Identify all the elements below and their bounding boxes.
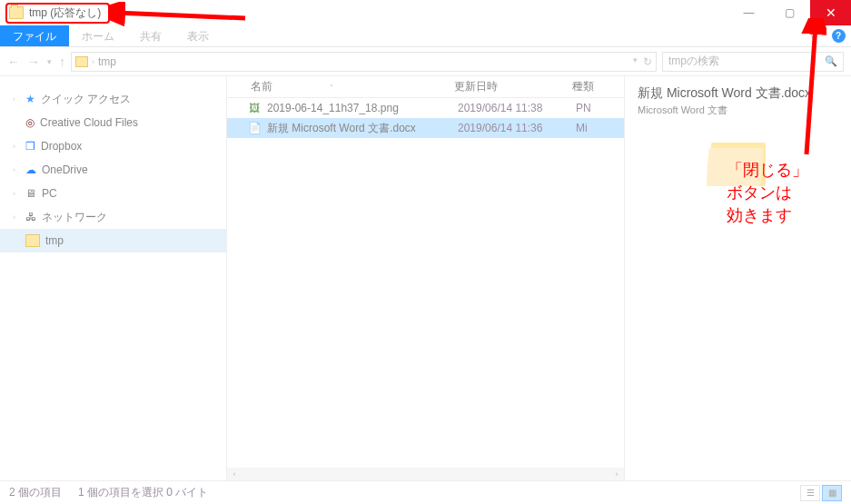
tab-view[interactable]: 表示 — [174, 25, 222, 46]
onedrive-icon: ☁ — [25, 163, 36, 176]
breadcrumb-chevron: › — [92, 57, 94, 66]
chevron-right-icon: › — [13, 189, 20, 198]
close-button[interactable]: ✕ — [810, 0, 851, 25]
file-name: 2019-06-14_11h37_18.png — [267, 102, 458, 114]
minimize-button[interactable]: — — [728, 0, 769, 25]
chevron-right-icon: › — [13, 142, 20, 151]
titlebar: tmp (応答なし) — ▢ ✕ — [0, 0, 851, 25]
file-row[interactable]: 🖼 2019-06-14_11h37_18.png 2019/06/14 11:… — [227, 98, 624, 118]
up-button[interactable]: ↑ — [59, 54, 65, 69]
file-name: 新規 Microsoft Word 文書.docx — [267, 121, 458, 136]
status-selection: 1 個の項目を選択 0 バイト — [78, 485, 208, 500]
tree-label: tmp — [45, 234, 64, 247]
tab-home[interactable]: ホーム — [69, 25, 127, 46]
col-name-label: 名前 — [251, 80, 272, 93]
tree-tmp[interactable]: tmp — [0, 229, 226, 252]
address-actions: ▾ ↻ — [633, 55, 652, 68]
chevron-right-icon: › — [13, 165, 20, 174]
maximize-button[interactable]: ▢ — [769, 0, 810, 25]
tree-label: PC — [42, 187, 57, 200]
tree-quick-access[interactable]: › ★ クイック アクセス — [0, 87, 226, 111]
tab-file[interactable]: ファイル — [0, 25, 69, 46]
tab-share[interactable]: 共有 — [127, 25, 174, 46]
file-type: Mi — [576, 122, 621, 134]
window-controls: — ▢ ✕ — [728, 0, 851, 25]
file-date: 2019/06/14 11:38 — [458, 102, 576, 114]
details-title: 新規 Microsoft Word 文書.docx — [638, 85, 838, 102]
details-type: Microsoft Word 文書 — [638, 104, 838, 117]
tree-dropbox[interactable]: › ❒ Dropbox — [0, 134, 226, 158]
nav-tree: › ★ クイック アクセス ◎ Creative Cloud Files › ❒… — [0, 76, 227, 480]
file-row[interactable]: 📄 新規 Microsoft Word 文書.docx 2019/06/14 1… — [227, 118, 624, 138]
pc-icon: 🖥 — [25, 187, 36, 200]
quick-access-icon: ★ — [25, 93, 35, 105]
col-modified[interactable]: 更新日時 — [454, 79, 572, 94]
main-pane: 名前 ˄ 更新日時 種類 🖼 2019-06-14_11h37_18.png 2… — [227, 76, 851, 480]
scroll-left-icon[interactable]: ‹ — [227, 469, 242, 479]
file-type: PN — [576, 102, 621, 114]
creative-cloud-icon: ◎ — [25, 116, 35, 129]
help-button[interactable]: ? — [826, 25, 851, 46]
history-dropdown[interactable]: ▾ — [47, 57, 52, 66]
tree-pc[interactable]: › 🖥 PC — [0, 182, 226, 205]
column-headers: 名前 ˄ 更新日時 種類 — [227, 76, 624, 98]
forward-button[interactable]: → — [27, 54, 40, 69]
refresh-button[interactable]: ↻ — [643, 55, 652, 68]
status-bar: 2 個の項目 1 個の項目を選択 0 バイト ☰ ▦ — [0, 480, 851, 504]
file-list: 名前 ˄ 更新日時 種類 🖼 2019-06-14_11h37_18.png 2… — [227, 76, 624, 480]
tree-label: ネットワーク — [42, 210, 107, 225]
tree-onedrive[interactable]: › ☁ OneDrive — [0, 158, 226, 182]
tree-label: Dropbox — [41, 140, 82, 153]
back-button[interactable]: ← — [7, 54, 20, 69]
horizontal-scrollbar[interactable]: ‹ › — [227, 468, 624, 480]
folder-icon — [75, 56, 88, 67]
network-icon: 🖧 — [25, 211, 36, 223]
file-date: 2019/06/14 11:36 — [458, 122, 576, 134]
col-name[interactable]: 名前 ˄ — [227, 79, 454, 94]
ribbon: ファイル ホーム 共有 表示 v ? — [0, 25, 851, 47]
chevron-right-icon: › — [13, 212, 20, 222]
ribbon-expand-button[interactable]: v — [800, 25, 826, 46]
view-icons-button[interactable]: ▦ — [822, 485, 842, 501]
chevron-right-icon: › — [13, 94, 20, 104]
address-bar[interactable]: › tmp ▾ ↻ — [71, 52, 657, 72]
tree-network[interactable]: › 🖧 ネットワーク — [0, 205, 226, 229]
scroll-right-icon[interactable]: › — [609, 469, 624, 479]
search-icon: 🔍 — [825, 55, 837, 67]
help-icon: ? — [832, 29, 846, 43]
folder-thumbnail — [708, 133, 769, 186]
address-dropdown[interactable]: ▾ — [633, 55, 638, 68]
details-pane: 新規 Microsoft Word 文書.docx Microsoft Word… — [624, 76, 851, 480]
tree-label: Creative Cloud Files — [40, 116, 138, 129]
tree-label: OneDrive — [42, 163, 88, 176]
nav-arrows: ← → ▾ ↑ — [7, 54, 65, 69]
breadcrumb-segment[interactable]: tmp — [98, 55, 116, 68]
image-file-icon: 🖼 — [247, 102, 262, 114]
view-toggle: ☰ ▦ — [800, 485, 842, 501]
dropbox-icon: ❒ — [25, 140, 35, 153]
window-title-group: tmp (応答なし) — [5, 3, 110, 24]
window-title: tmp (応答なし) — [29, 5, 101, 21]
search-input[interactable]: tmpの検索 🔍 — [662, 52, 844, 72]
status-count: 2 個の項目 — [9, 485, 62, 500]
col-type[interactable]: 種類 — [572, 79, 618, 94]
nav-row: ← → ▾ ↑ › tmp ▾ ↻ tmpの検索 🔍 — [0, 47, 851, 76]
word-file-icon: 📄 — [247, 122, 262, 134]
body: › ★ クイック アクセス ◎ Creative Cloud Files › ❒… — [0, 76, 851, 480]
tree-label: クイック アクセス — [41, 92, 131, 107]
folder-icon — [9, 6, 24, 19]
search-placeholder: tmpの検索 — [668, 54, 719, 69]
view-details-button[interactable]: ☰ — [800, 485, 820, 501]
folder-icon — [25, 234, 40, 247]
tree-creative-cloud[interactable]: ◎ Creative Cloud Files — [0, 111, 226, 134]
sort-caret-icon: ˄ — [330, 84, 333, 92]
